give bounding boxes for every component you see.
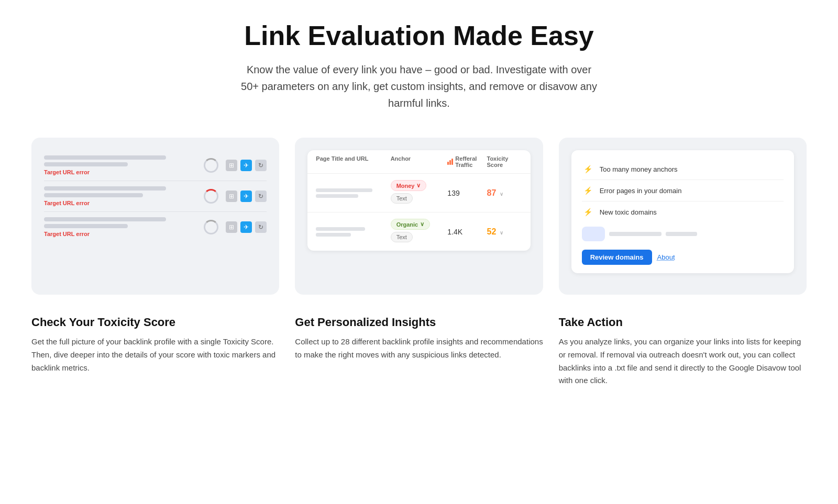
col-header-anchor: Anchor bbox=[391, 155, 444, 168]
copy-icon[interactable]: ⊞ bbox=[226, 191, 237, 202]
features-section: Check Your Toxicity Score Get the full p… bbox=[31, 316, 807, 387]
chevron-icon: ∨ bbox=[500, 191, 503, 197]
tox-line bbox=[44, 217, 166, 221]
anchor-badge-organic: Organic ∨ bbox=[391, 219, 431, 230]
url-cell-1 bbox=[316, 188, 386, 198]
feature-item-1: Check Your Toxicity Score Get the full p… bbox=[31, 316, 279, 387]
action-card: ⚡ Too many money anchors ⚡ Error pages i… bbox=[559, 138, 807, 295]
bolt-orange-icon: ⚡ bbox=[582, 163, 594, 175]
tox-spinner-2 bbox=[204, 189, 218, 204]
anchor-cell-2: Organic ∨ Text bbox=[391, 219, 444, 244]
bolt-red-icon: ⚡ bbox=[582, 184, 594, 197]
chevron-down-icon: ∨ bbox=[420, 221, 424, 228]
score-cell-1: 87 ∨ bbox=[487, 188, 522, 198]
chevron-down-icon: ∨ bbox=[416, 182, 421, 189]
table-row: Organic ∨ Text 1.4K 52 ∨ bbox=[307, 212, 530, 251]
tox-line bbox=[44, 155, 166, 160]
url-line bbox=[316, 194, 358, 198]
feature-title-3: Take Action bbox=[559, 316, 807, 329]
col-header-url: Page Title and URL bbox=[316, 155, 386, 168]
feature-item-2: Get Personalized Insights Collect up to … bbox=[295, 316, 543, 387]
tox-error-3: Target URL error bbox=[44, 231, 196, 237]
copy-icon[interactable]: ⊞ bbox=[226, 160, 237, 171]
col-header-toxicity: Toxicity Score bbox=[487, 155, 522, 168]
hero-subtitle: Know the value of every link you have – … bbox=[241, 61, 597, 111]
insights-table: Page Title and URL Anchor Refferal Traff… bbox=[307, 150, 530, 251]
telegram-icon[interactable]: ✈ bbox=[240, 191, 252, 202]
bar-chart-icon bbox=[447, 159, 453, 165]
telegram-icon[interactable]: ✈ bbox=[240, 221, 252, 233]
refresh-icon[interactable]: ↻ bbox=[255, 221, 267, 233]
copy-icon[interactable]: ⊞ bbox=[226, 221, 237, 233]
action-blue-block bbox=[582, 227, 605, 241]
review-domains-button[interactable]: Review domains bbox=[582, 250, 652, 265]
tox-text-3: Target URL error bbox=[44, 217, 196, 237]
alert-text-2: Error pages in your domain bbox=[600, 187, 682, 195]
feature-title-1: Check Your Toxicity Score bbox=[31, 316, 279, 329]
refresh-icon[interactable]: ↻ bbox=[255, 191, 267, 202]
cards-section: Target URL error ⊞ ✈ ↻ Target URL error … bbox=[31, 138, 807, 295]
feature-desc-3: As you analyze links, you can organize y… bbox=[559, 335, 807, 387]
tox-icons-1: ⊞ ✈ ↻ bbox=[226, 160, 267, 171]
action-placeholder-row bbox=[582, 222, 784, 245]
about-button[interactable]: About bbox=[657, 253, 675, 261]
anchor-badge-text: Text bbox=[391, 193, 413, 204]
table-row: Money ∨ Text 139 87 ∨ bbox=[307, 174, 530, 212]
action-ph-2 bbox=[666, 232, 697, 236]
col-header-traffic: Refferal Traffic bbox=[447, 155, 482, 168]
action-panel: ⚡ Too many money anchors ⚡ Error pages i… bbox=[571, 150, 794, 273]
tox-row-1: Target URL error ⊞ ✈ ↻ bbox=[44, 150, 267, 181]
action-ph-1 bbox=[609, 232, 661, 236]
feature-title-2: Get Personalized Insights bbox=[295, 316, 543, 329]
tox-row-2: Target URL error ⊞ ✈ ↻ bbox=[44, 181, 267, 212]
tox-icons-2: ⊞ ✈ ↻ bbox=[226, 191, 267, 202]
url-cell-2 bbox=[316, 227, 386, 237]
alert-text-3: New toxic domains bbox=[600, 208, 657, 216]
tox-line bbox=[44, 186, 166, 191]
feature-desc-1: Get the full picture of your backlink pr… bbox=[31, 335, 279, 374]
insights-card: Page Title and URL Anchor Refferal Traff… bbox=[295, 138, 543, 295]
alert-item-1: ⚡ Too many money anchors bbox=[582, 159, 784, 180]
traffic-cell-2: 1.4K bbox=[447, 228, 482, 236]
refresh-icon[interactable]: ↻ bbox=[255, 160, 267, 171]
chevron-icon: ∨ bbox=[500, 230, 503, 236]
tox-row-3: Target URL error ⊞ ✈ ↻ bbox=[44, 212, 267, 242]
traffic-cell-1: 139 bbox=[447, 189, 482, 197]
url-line bbox=[316, 188, 372, 192]
bolt-red-icon-2: ⚡ bbox=[582, 206, 594, 218]
tox-error-2: Target URL error bbox=[44, 200, 196, 206]
anchor-cell-1: Money ∨ Text bbox=[391, 180, 444, 206]
toxicity-score-1: 87 bbox=[487, 188, 497, 197]
hero-title: Link Evaluation Made Easy bbox=[31, 21, 807, 51]
feature-desc-2: Collect up to 28 different backlink prof… bbox=[295, 335, 543, 362]
tox-line bbox=[44, 162, 128, 166]
url-line bbox=[316, 227, 365, 231]
alert-item-2: ⚡ Error pages in your domain bbox=[582, 180, 784, 201]
toxicity-score-2: 52 bbox=[487, 227, 497, 236]
alert-item-3: ⚡ New toxic domains bbox=[582, 201, 784, 222]
tox-error-1: Target URL error bbox=[44, 169, 196, 175]
table-header: Page Title and URL Anchor Refferal Traff… bbox=[307, 150, 530, 174]
tox-icons-3: ⊞ ✈ ↻ bbox=[226, 221, 267, 233]
toxicity-score-card: Target URL error ⊞ ✈ ↻ Target URL error … bbox=[31, 138, 279, 295]
anchor-badge-money: Money ∨ bbox=[391, 180, 427, 191]
anchor-badge-text: Text bbox=[391, 232, 413, 242]
tox-line bbox=[44, 193, 143, 197]
alert-text-1: Too many money anchors bbox=[600, 165, 678, 173]
feature-item-3: Take Action As you analyze links, you ca… bbox=[559, 316, 807, 387]
tox-line bbox=[44, 224, 128, 228]
tox-text-2: Target URL error bbox=[44, 186, 196, 206]
score-cell-2: 52 ∨ bbox=[487, 227, 522, 237]
tox-spinner-3 bbox=[204, 220, 218, 234]
tox-text-1: Target URL error bbox=[44, 155, 196, 175]
tox-spinner-1 bbox=[204, 158, 218, 173]
action-buttons: Review domains About bbox=[582, 250, 784, 265]
telegram-icon[interactable]: ✈ bbox=[240, 160, 252, 171]
traffic-bar-icon bbox=[447, 159, 453, 165]
url-line bbox=[316, 233, 351, 237]
